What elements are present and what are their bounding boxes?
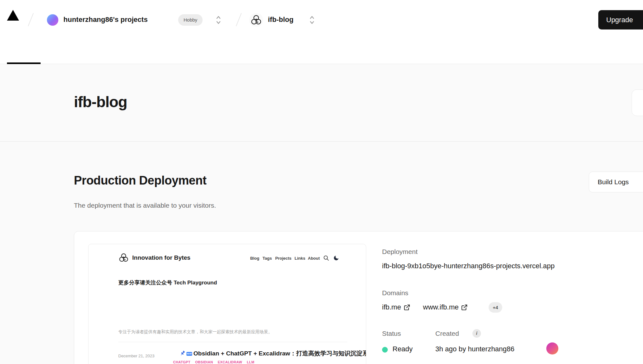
post-date: December 21, 2023 [118, 354, 154, 358]
upgrade-button[interactable]: Upgrade [598, 10, 643, 29]
section-subtitle: The deployment that is available to your… [74, 202, 216, 209]
site-banner-text: 更多分享请关注公众号 Tech Playground [118, 279, 217, 286]
team-switcher-chevrons-icon[interactable] [216, 15, 221, 25]
post-tags: CHATGPT OBSIDIAN EXCALIDRAW LLM [173, 360, 254, 364]
site-nav-blog: Blog [250, 256, 259, 261]
new-post-badge: NEW [186, 352, 192, 356]
domain-text: ifb.me [382, 303, 401, 311]
site-nav-tags: Tags [263, 256, 272, 261]
breadcrumb-slash [236, 13, 242, 26]
vercel-project-overview: hunterzhang86's projects Hobby ifb-blog … [0, 0, 643, 364]
build-logs-button[interactable]: Build Logs [589, 172, 643, 192]
status-label: Status [382, 330, 401, 337]
moon-icon [333, 255, 339, 261]
project-switcher-chevrons-icon[interactable] [309, 15, 315, 25]
hero-action-button-partial[interactable] [632, 89, 643, 116]
project-logo-icon[interactable] [249, 13, 263, 27]
divider [118, 342, 347, 342]
external-link-icon [461, 304, 468, 311]
post-tag: OBSIDIAN [195, 360, 213, 364]
status-ready-dot [382, 347, 388, 353]
project-hero: ifb-blog [0, 64, 643, 142]
site-nav-about: About [308, 256, 320, 261]
breadcrumb-project-name[interactable]: ifb-blog [268, 16, 294, 24]
search-icon [323, 255, 329, 261]
site-logo-icon [119, 253, 129, 263]
section-title: Production Deployment [74, 174, 206, 187]
domain-www-ifb-me[interactable]: www.ifb.me [423, 303, 468, 311]
pin-icon [180, 350, 185, 356]
plan-badge: Hobby [178, 14, 203, 26]
post-tag: EXCALIDRAW [218, 360, 242, 364]
domain-text: www.ifb.me [423, 303, 458, 311]
deployment-preview[interactable]: Innovation for Bytes Blog Tags Projects … [88, 244, 366, 364]
site-description: 专注于为读者提供有趣和实用的技术文章，和大家一起探索技术的最新应用场景。 [118, 329, 272, 335]
post-tag: LLM [247, 360, 255, 364]
created-value: 3h ago by hunterzhang86 [435, 345, 515, 353]
info-icon[interactable]: i [472, 329, 481, 338]
creator-avatar[interactable] [546, 342, 558, 354]
deployment-url[interactable]: ifb-blog-9xb1o5bye-hunterzhang86s-projec… [382, 262, 555, 270]
project-tab-bar: Project Deployments Analytics Speed Insi… [0, 32, 643, 64]
site-nav-links: Links [295, 256, 305, 261]
created-label: Created [435, 330, 459, 337]
post-tag: CHATGPT [173, 360, 190, 364]
deployment-label: Deployment [382, 248, 418, 256]
page-title: ifb-blog [74, 93, 127, 111]
domains-label: Domains [382, 289, 408, 297]
breadcrumb-slash [28, 13, 34, 26]
domain-ifb-me[interactable]: ifb.me [382, 303, 410, 311]
top-header: hunterzhang86's projects Hobby ifb-blog … [0, 0, 643, 32]
vercel-logo-icon[interactable] [7, 10, 19, 21]
post-title: Obsidian + ChatGPT + Excalidraw：打造高效学习与知… [193, 349, 366, 358]
breadcrumb-team-name[interactable]: hunterzhang86's projects [63, 16, 148, 24]
site-nav-projects: Projects [275, 256, 291, 261]
team-avatar[interactable] [47, 14, 58, 26]
status-value: Ready [393, 345, 413, 353]
domains-more-badge[interactable]: +4 [489, 302, 502, 313]
site-name: Innovation for Bytes [132, 254, 191, 261]
external-link-icon [404, 304, 410, 311]
